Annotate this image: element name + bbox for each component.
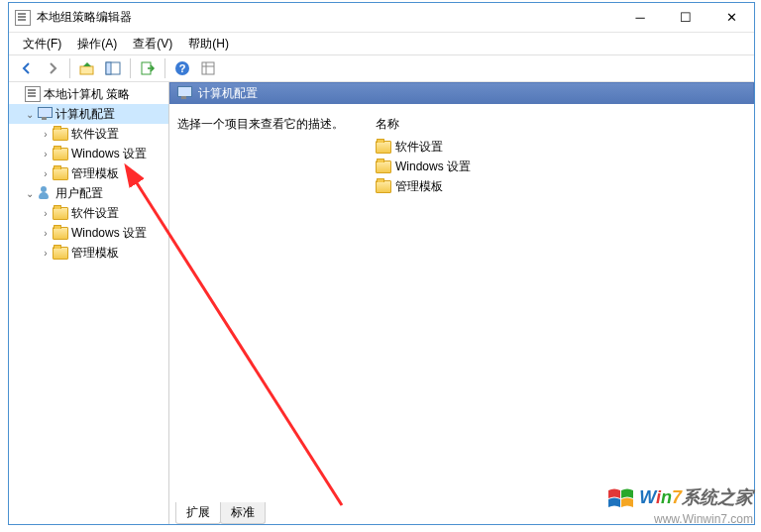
- description-column: 选择一个项目来查看它的描述。: [177, 110, 376, 500]
- folder-icon: [53, 247, 68, 260]
- back-button[interactable]: [15, 56, 39, 80]
- folder-icon: [53, 227, 68, 240]
- list-item-label: 管理模板: [395, 178, 443, 195]
- expander-icon[interactable]: ›: [39, 248, 53, 259]
- tree-item-label: Windows 设置: [71, 146, 147, 162]
- back-arrow-icon: [19, 60, 35, 76]
- tree-windows-settings[interactable]: › Windows 设置: [9, 223, 168, 243]
- forward-button[interactable]: [41, 56, 64, 80]
- detail-header-title: 计算机配置: [198, 85, 258, 102]
- tree-item-label: 管理模板: [71, 245, 119, 262]
- watermark-url: www.Winwin7.com: [606, 512, 753, 528]
- folder-icon: [53, 128, 68, 141]
- tree-software-settings[interactable]: › 软件设置: [9, 124, 168, 144]
- panel-icon: [105, 60, 121, 76]
- tree-admin-templates[interactable]: › 管理模板: [9, 243, 168, 263]
- list-item[interactable]: Windows 设置: [376, 157, 754, 176]
- watermark: Win7系统之家 www.Winwin7.com: [606, 486, 753, 528]
- windows-flag-icon: [606, 486, 636, 512]
- tree-admin-templates[interactable]: › 管理模板: [9, 163, 168, 183]
- computer-icon: [37, 106, 53, 122]
- menu-action[interactable]: 操作(A): [71, 34, 123, 54]
- export-icon: [140, 60, 156, 76]
- titlebar: 本地组策略编辑器 ─ ☐ ✕: [9, 3, 754, 33]
- user-icon: [37, 185, 53, 201]
- folder-up-icon: [79, 60, 95, 76]
- watermark-brand-suffix: 系统之家: [682, 487, 753, 507]
- show-hide-tree-button[interactable]: [101, 56, 125, 80]
- forward-arrow-icon: [45, 60, 60, 76]
- detail-body: 选择一个项目来查看它的描述。 名称 软件设置 Windows 设置 管理模板: [169, 104, 754, 500]
- expander-icon[interactable]: ›: [39, 129, 53, 140]
- tree-item-label: Windows 设置: [71, 225, 147, 242]
- close-button[interactable]: ✕: [708, 3, 754, 33]
- svg-rect-0: [80, 66, 93, 74]
- help-icon: ?: [174, 60, 190, 76]
- detail-header: 计算机配置: [169, 82, 754, 104]
- toolbar-separator: [164, 58, 165, 78]
- window-title: 本地组策略编辑器: [37, 9, 617, 26]
- tree-root[interactable]: 本地计算机 策略: [9, 84, 168, 104]
- tree-item-label: 软件设置: [71, 205, 119, 222]
- folder-icon: [53, 148, 68, 160]
- folder-icon: [376, 160, 391, 173]
- list-column: 名称 软件设置 Windows 设置 管理模板: [376, 110, 754, 500]
- tree-item-label: 软件设置: [71, 126, 119, 143]
- svg-rect-2: [106, 62, 111, 74]
- tree-pane[interactable]: 本地计算机 策略 ⌄ 计算机配置 › 软件设置 › Windows 设置 › 管…: [9, 82, 169, 524]
- folder-icon: [376, 180, 391, 193]
- properties-icon: [200, 60, 216, 76]
- list-item-label: Windows 设置: [395, 159, 471, 175]
- toolbar: ?: [9, 54, 754, 82]
- gpedit-window: 本地组策略编辑器 ─ ☐ ✕ 文件(F) 操作(A) 查看(V) 帮助(H): [8, 2, 755, 525]
- svg-text:?: ?: [179, 62, 186, 74]
- minimize-button[interactable]: ─: [617, 3, 663, 33]
- menu-view[interactable]: 查看(V): [127, 34, 178, 54]
- expander-icon[interactable]: ⌄: [23, 109, 37, 120]
- menu-file[interactable]: 文件(F): [17, 34, 67, 54]
- folder-icon: [53, 207, 68, 220]
- toolbar-separator: [130, 58, 131, 78]
- list-item[interactable]: 软件设置: [376, 137, 754, 157]
- menu-help[interactable]: 帮助(H): [182, 34, 235, 54]
- tree-user-config[interactable]: ⌄ 用户配置: [9, 183, 168, 203]
- tree-item-label: 用户配置: [55, 185, 103, 202]
- maximize-button[interactable]: ☐: [663, 3, 708, 33]
- expander-icon[interactable]: ›: [39, 149, 53, 160]
- content-area: 本地计算机 策略 ⌄ 计算机配置 › 软件设置 › Windows 设置 › 管…: [9, 82, 754, 524]
- name-column-header[interactable]: 名称: [376, 116, 754, 133]
- expander-icon[interactable]: ›: [39, 228, 53, 239]
- folder-icon: [376, 141, 391, 154]
- export-button[interactable]: [136, 56, 160, 80]
- filter-button[interactable]: [196, 56, 220, 80]
- expander-icon[interactable]: ›: [39, 168, 53, 179]
- toolbar-separator: [69, 58, 70, 78]
- up-button[interactable]: [75, 56, 99, 80]
- tree-software-settings[interactable]: › 软件设置: [9, 203, 168, 223]
- list-item[interactable]: 管理模板: [376, 176, 754, 196]
- policy-root-icon: [25, 86, 41, 102]
- svg-rect-6: [202, 62, 214, 74]
- help-button[interactable]: ?: [170, 56, 194, 80]
- list-item-label: 软件设置: [395, 139, 443, 156]
- detail-pane: 计算机配置 选择一个项目来查看它的描述。 名称 软件设置 Windows 设置: [169, 82, 754, 524]
- tab-standard[interactable]: 标准: [220, 502, 266, 524]
- menubar: 文件(F) 操作(A) 查看(V) 帮助(H): [9, 33, 754, 54]
- folder-icon: [53, 167, 68, 180]
- description-text: 选择一个项目来查看它的描述。: [177, 117, 344, 131]
- expander-icon[interactable]: ›: [39, 208, 53, 219]
- computer-icon: [176, 85, 192, 101]
- tree-item-label: 计算机配置: [55, 106, 115, 123]
- tree-root-label: 本地计算机 策略: [44, 86, 130, 103]
- tree-computer-config[interactable]: ⌄ 计算机配置: [9, 104, 168, 124]
- expander-icon[interactable]: ⌄: [23, 188, 37, 199]
- tree-windows-settings[interactable]: › Windows 设置: [9, 144, 168, 163]
- tree-item-label: 管理模板: [71, 165, 119, 182]
- tab-extended[interactable]: 扩展: [175, 502, 221, 524]
- app-icon: [15, 10, 31, 26]
